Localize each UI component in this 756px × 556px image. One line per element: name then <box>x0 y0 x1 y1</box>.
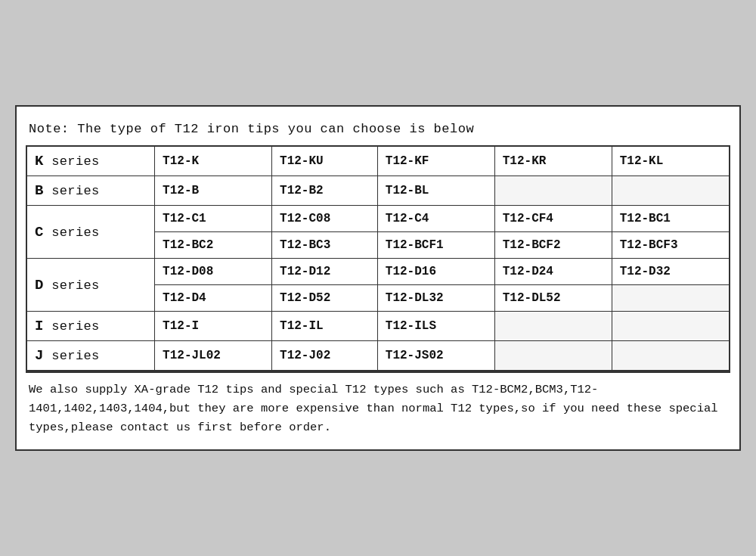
table-row: B seriesT12-BT12-B2T12-BL <box>26 176 730 206</box>
tip-cell: T12-DL32 <box>377 285 494 312</box>
tip-cell: T12-D52 <box>272 285 378 312</box>
series-cell-b: B series <box>26 176 155 206</box>
tip-cell <box>612 341 730 371</box>
tip-cell: T12-BL <box>377 176 494 206</box>
tip-cell: T12-D16 <box>377 259 494 285</box>
tip-cell <box>494 312 612 341</box>
tip-cell: T12-D08 <box>155 259 272 285</box>
tip-cell: T12-C08 <box>272 206 378 232</box>
tip-cell <box>612 176 730 206</box>
series-cell-c: C series <box>26 206 155 259</box>
tip-cell: T12-KU <box>272 146 378 176</box>
tip-cell: T12-IL <box>272 312 378 341</box>
tip-cell: T12-D12 <box>272 259 378 285</box>
tip-cell: T12-JL02 <box>155 341 272 371</box>
tip-cell: T12-J02 <box>272 341 378 371</box>
tip-cell: T12-K <box>155 146 272 176</box>
tip-cell <box>494 341 612 371</box>
main-container: Note: The type of T12 iron tips you can … <box>15 105 741 450</box>
tip-cell: T12-ILS <box>377 312 494 341</box>
table-row: I seriesT12-IT12-ILT12-ILS <box>26 312 730 341</box>
tip-cell <box>612 285 730 312</box>
footer-note: We also supply XA-grade T12 tips and spe… <box>26 371 730 440</box>
series-cell-d: D series <box>26 259 155 312</box>
table-row: J seriesT12-JL02T12-J02T12-JS02 <box>26 341 730 371</box>
tip-cell: T12-C1 <box>155 206 272 232</box>
tip-cell: T12-DL52 <box>494 285 612 312</box>
tip-cell: T12-KR <box>494 146 612 176</box>
tip-cell: T12-D24 <box>494 259 612 285</box>
tip-cell: T12-BC3 <box>272 232 378 259</box>
tip-cell: T12-I <box>155 312 272 341</box>
tip-cell: T12-BC2 <box>155 232 272 259</box>
tip-cell: T12-JS02 <box>377 341 494 371</box>
tip-cell: T12-C4 <box>377 206 494 232</box>
tip-cell: T12-BCF3 <box>612 232 730 259</box>
tip-cell: T12-B2 <box>272 176 378 206</box>
table-row: C seriesT12-C1T12-C08T12-C4T12-CF4T12-BC… <box>26 206 730 232</box>
tip-cell: T12-B <box>155 176 272 206</box>
note-text: Note: The type of T12 iron tips you can … <box>26 116 730 145</box>
tip-cell: T12-BCF1 <box>377 232 494 259</box>
series-cell-j: J series <box>26 341 155 371</box>
tips-table: K seriesT12-KT12-KUT12-KFT12-KRT12-KLB s… <box>26 145 730 371</box>
series-cell-k: K series <box>26 146 155 176</box>
tip-cell <box>612 312 730 341</box>
tip-cell: T12-BCF2 <box>494 232 612 259</box>
table-row: K seriesT12-KT12-KUT12-KFT12-KRT12-KL <box>26 146 730 176</box>
tip-cell <box>494 176 612 206</box>
tip-cell: T12-CF4 <box>494 206 612 232</box>
tip-cell: T12-D4 <box>155 285 272 312</box>
tip-cell: T12-D32 <box>612 259 730 285</box>
table-row: D seriesT12-D08T12-D12T12-D16T12-D24T12-… <box>26 259 730 285</box>
tip-cell: T12-BC1 <box>612 206 730 232</box>
tip-cell: T12-KF <box>377 146 494 176</box>
tip-cell: T12-KL <box>612 146 730 176</box>
series-cell-i: I series <box>26 312 155 341</box>
